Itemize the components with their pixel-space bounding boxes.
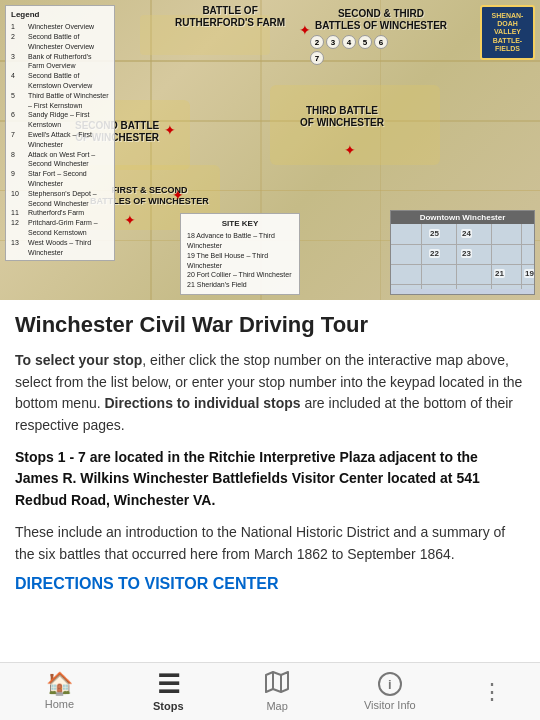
highlight-paragraph: Stops 1 - 7 are located in the Ritchie I… [15, 447, 525, 512]
intro-paragraph: To select your stop, either click the st… [15, 350, 525, 437]
map-label-nav: Map [266, 700, 287, 712]
home-icon: 🏠 [46, 673, 73, 695]
shenandoah-badge: SHENAN- DOAH VALLEY BATTLE- FIELDS [480, 5, 535, 60]
nav-item-visitor-info[interactable]: i Visitor Info [356, 668, 424, 715]
nav-item-stops[interactable]: ☰ Stops [138, 667, 198, 716]
visitor-info-icon: i [378, 672, 402, 696]
map-label-3rd: THIRD BATTLEOF WINCHESTER [300, 105, 384, 129]
star-marker-5: ✦ [124, 212, 136, 228]
stops-label: Stops [153, 700, 184, 712]
nav-item-home[interactable]: 🏠 Home [29, 669, 89, 714]
body-paragraph: These include an introduction to the Nat… [15, 522, 525, 565]
map-legend: Legend 1Winchester Overview 2Second Batt… [5, 5, 115, 261]
home-label: Home [45, 698, 74, 710]
content-area: Winchester Civil War Driving Tour To sel… [0, 300, 540, 662]
svg-marker-0 [266, 672, 288, 692]
bottom-nav: 🏠 Home ☰ Stops Map i Visitor Info ⋮ [0, 662, 540, 720]
star-marker-4: ✦ [172, 187, 184, 203]
stops-icon: ☰ [157, 671, 180, 697]
site-key-panel: SITE KEY 18 Advance to Battle – Third Wi… [180, 213, 300, 295]
downtown-inset: Downtown Winchester 25 24 22 23 21 19 [390, 210, 535, 295]
map-label-rutherford: BATTLE OFRUTHERFORD'S FARM [175, 5, 285, 29]
star-marker-3: ✦ [344, 142, 356, 158]
map-label-2nd3rd: SECOND & THIRDBATTLES OF WINCHESTER [315, 8, 447, 32]
nav-item-map[interactable]: Map [247, 667, 307, 716]
map-icon [265, 671, 289, 697]
visitor-info-label: Visitor Info [364, 699, 416, 711]
directions-link[interactable]: DIRECTIONS TO VISITOR CENTER [15, 575, 525, 593]
page-title: Winchester Civil War Driving Tour [15, 312, 525, 338]
more-button[interactable]: ⋮ [473, 671, 511, 713]
map-area[interactable]: BATTLE OFRUTHERFORD'S FARM SECOND & THIR… [0, 0, 540, 300]
star-marker-2: ✦ [164, 122, 176, 138]
